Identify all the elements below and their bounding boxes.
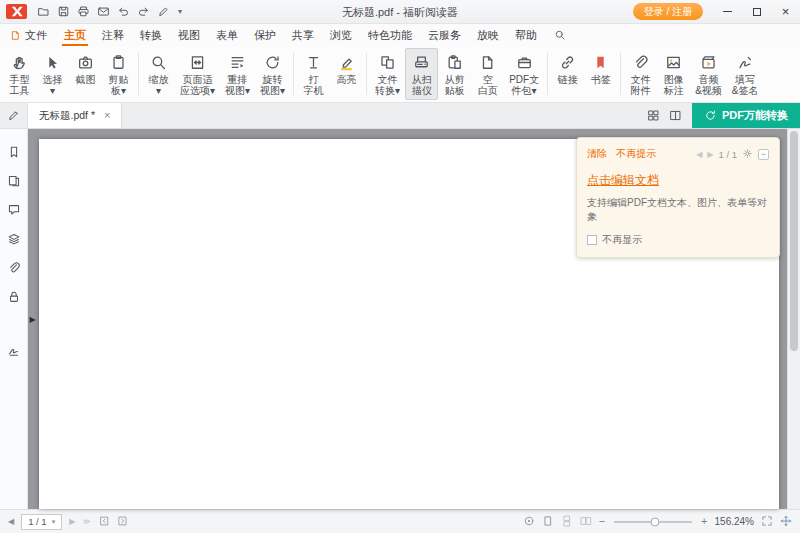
last-page-icon[interactable]: ≫ [82,517,90,526]
tab-features[interactable]: 特色功能 [360,24,420,46]
undo-icon[interactable] [114,2,133,21]
save-icon[interactable] [54,2,73,21]
signature-panel-icon[interactable] [2,340,26,359]
tab-convert[interactable]: 转换 [132,24,170,46]
document-tabbar: 无标题.pdf * × PDF万能转换 [0,103,800,129]
ribbon-file-convert-button[interactable]: 文件 转换▾ [370,48,405,100]
tab-share[interactable]: 共享 [284,24,322,46]
page-box-caret-icon: ▾ [52,518,56,526]
ribbon-divider [366,53,367,95]
page-number-box[interactable]: 1 / 1 ▾ [21,514,62,530]
open-icon[interactable] [34,2,53,21]
tab-home[interactable]: 主页 [56,24,94,46]
preview-mode-icon[interactable] [523,515,535,529]
pages-panel-icon[interactable] [2,171,26,190]
ribbon-reflow-button[interactable]: 重排 视图▾ [220,48,255,100]
minimize-button[interactable] [713,0,742,23]
hand-icon [11,53,28,72]
ribbon-clipboard-button[interactable]: 剪贴 板▾ [102,48,135,100]
ribbon-image-annotation-button[interactable]: 图像 标注 [657,48,690,100]
dont-show-checkbox[interactable] [587,235,597,245]
zoom-slider[interactable] [614,521,692,523]
ribbon-divider [293,53,294,95]
maximize-button[interactable] [742,0,771,23]
tab-comment[interactable]: 注释 [94,24,132,46]
search-button[interactable] [545,24,575,46]
scrollbar-thumb[interactable] [790,131,798,351]
hint-settings-gear-icon[interactable] [742,145,753,163]
fit-page-icon[interactable] [761,515,773,529]
print-icon[interactable] [74,2,93,21]
zoom-in-button[interactable]: + [701,516,707,527]
collapse-hint-icon[interactable]: − [758,149,769,160]
single-page-view-icon[interactable] [542,515,554,529]
menubar: 文件 主页 注释 转换 视图 表单 保护 共享 浏览 特色功能 云服务 放映 帮… [0,24,800,46]
pdf-universal-convert-button[interactable]: PDF万能转换 [692,103,800,128]
document-tab[interactable]: 无标题.pdf * × [28,103,122,128]
redo-icon[interactable] [134,2,153,21]
titlebar-right: 登录 / 注册 × [633,0,800,23]
scanner-icon [413,53,430,72]
ribbon-from-clipboard-button[interactable]: 从剪 贴板 [438,48,471,100]
zoom-slider-thumb[interactable] [651,517,660,526]
ribbon-bookmark-button[interactable]: 书签 [584,48,617,100]
zoom-out-button[interactable]: − [599,516,605,527]
previous-view-icon[interactable] [98,515,110,529]
window-title: 无标题.pdf - 福昕阅读器 [342,4,458,19]
ribbon-zoom-button[interactable]: 缩放 ▾ [142,48,175,100]
pan-zoom-icon[interactable] [780,515,792,529]
file-menu-label: 文件 [25,28,47,43]
tab-cloud[interactable]: 云服务 [420,24,469,46]
next-hint-icon[interactable]: ▶ [707,150,713,159]
ribbon-select-button[interactable]: 选择 ▾ [36,48,69,100]
snapshot-icon [77,53,94,72]
ribbon-highlight-button[interactable]: 高亮 [330,48,363,100]
ribbon-file-attachment-button[interactable]: 文件 附件 [624,48,657,100]
tab-browse[interactable]: 浏览 [322,24,360,46]
ribbon-link-button[interactable]: 链接 [551,48,584,100]
file-menu[interactable]: 文件 [8,24,56,46]
tab-form[interactable]: 表单 [208,24,246,46]
ribbon-typewriter-button[interactable]: 打 字机 [297,48,330,100]
ribbon-hand-tool-button[interactable]: 手型 工具 [3,48,36,100]
grid-view-icon[interactable] [642,103,664,128]
previous-page-icon[interactable]: ◀ [8,517,14,526]
clear-link[interactable]: 清除 [587,147,607,161]
prev-hint-icon[interactable]: ◀ [696,150,702,159]
edit-document-link[interactable]: 点击编辑文档 [587,172,659,189]
edit-pencil-icon[interactable] [0,103,28,128]
security-panel-icon[interactable] [2,287,26,306]
ribbon-pdf-portfolio-button[interactable]: PDF文 件包▾ [504,48,544,100]
tab-help[interactable]: 帮助 [507,24,545,46]
close-button[interactable]: × [771,0,800,23]
tab-view[interactable]: 视图 [170,24,208,46]
ribbon-blank-page-button[interactable]: 空 白页 [471,48,504,100]
tab-protect[interactable]: 保护 [246,24,284,46]
layers-panel-icon[interactable] [2,229,26,248]
comments-panel-icon[interactable] [2,200,26,219]
ribbon-audio-video-button[interactable]: 音频 &视频 [690,48,727,100]
continuous-view-icon[interactable] [561,515,573,529]
ribbon-snapshot-button[interactable]: 截图 [69,48,102,100]
close-tab-icon[interactable]: × [104,110,110,121]
dont-remind-link[interactable]: 不再提示 [616,147,656,161]
tab-present[interactable]: 放映 [469,24,507,46]
vertical-scrollbar[interactable] [787,129,800,509]
attachments-panel-icon[interactable] [2,258,26,277]
facing-view-icon[interactable] [580,515,592,529]
next-page-icon[interactable]: ▶ [69,517,75,526]
login-button[interactable]: 登录 / 注册 [633,3,703,20]
next-view-icon[interactable] [117,515,129,529]
ribbon-from-scanner-button[interactable]: 从扫 描仪 [405,48,438,100]
email-icon[interactable] [94,2,113,21]
ribbon-rotate-view-button[interactable]: 旋转 视图▾ [255,48,290,100]
pen-icon[interactable] [154,2,173,21]
bookmarks-panel-icon[interactable] [2,142,26,161]
sidebar-expander[interactable]: ▶ [27,307,38,331]
ribbon-fill-sign-button[interactable]: 填写 &签名 [727,48,764,100]
customize-toolbar-chevron-icon[interactable]: ▾ [174,7,186,16]
ribbon-label: 剪贴 板▾ [109,74,129,96]
ribbon-page-fit-button[interactable]: 页面适 应选项▾ [175,48,220,100]
foxit-logo-icon[interactable] [6,4,27,19]
reading-layout-icon[interactable] [664,103,686,128]
